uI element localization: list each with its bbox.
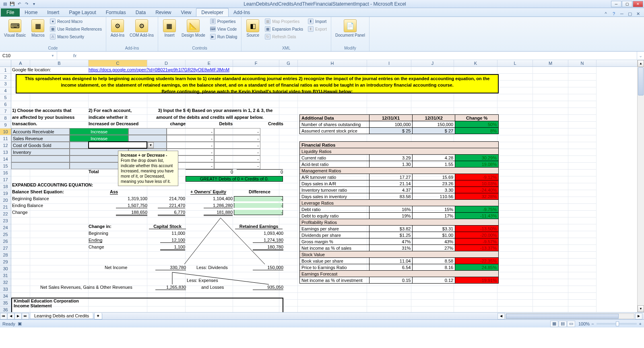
record-macro-button[interactable]: ●Record Macro xyxy=(48,18,103,25)
relative-refs-button[interactable]: ▦Use Relative References xyxy=(48,25,103,33)
zoom-slider[interactable] xyxy=(597,323,637,325)
hscroll-right[interactable]: ▶ xyxy=(635,313,642,319)
page-layout-view-button[interactable]: ▤ xyxy=(559,321,567,327)
name-box-dropdown-icon[interactable]: ▼ xyxy=(51,54,54,58)
row-header-7[interactable]: 7 xyxy=(0,108,11,115)
adddata-r1-v1[interactable]: $ 25 xyxy=(369,128,413,134)
new-sheet-tab[interactable]: ✦ xyxy=(94,313,102,319)
row-header-34[interactable]: 34 xyxy=(0,293,11,300)
row-header-3[interactable]: 3 xyxy=(0,81,11,87)
visual-basic-button[interactable]: ⌨Visual Basic xyxy=(2,18,27,39)
col-header-l[interactable]: L xyxy=(497,60,533,66)
formula-input[interactable] xyxy=(80,52,637,60)
scroll-up-button[interactable]: ▲ xyxy=(638,60,644,67)
row-header-22[interactable]: 22 xyxy=(0,211,11,218)
window-close-icon[interactable]: ✕ xyxy=(635,11,641,17)
row-header-18[interactable]: 18 xyxy=(0,183,11,190)
window-minimize-icon[interactable]: ─ xyxy=(619,11,625,17)
row-header-20[interactable]: 20 xyxy=(0,197,11,204)
file-loc-link[interactable]: https://docs.google.com/open?id=0B021wp9… xyxy=(89,67,229,72)
row-header-19[interactable]: 19 xyxy=(0,190,11,197)
excel-icon[interactable]: ▤ xyxy=(2,1,8,7)
col-header-g[interactable]: G xyxy=(279,60,298,66)
sheet-nav-prev[interactable]: ◀ xyxy=(7,313,14,319)
name-box[interactable]: C10▼ xyxy=(0,52,57,60)
tab-add-ins[interactable]: Add-Ins xyxy=(229,8,255,17)
row-header-14[interactable]: 14 xyxy=(0,156,11,163)
expansion-packs-button[interactable]: ▦Expansion Packs xyxy=(263,25,305,33)
col-header-e[interactable]: E xyxy=(186,60,233,66)
row-header-29[interactable]: 29 xyxy=(0,259,11,265)
col-header-d[interactable]: D xyxy=(147,60,186,66)
close-button[interactable]: ✕ xyxy=(633,1,643,7)
xml-source-button[interactable]: ◧Source xyxy=(244,18,262,39)
xml-export-button[interactable]: ⬆Export xyxy=(306,25,328,33)
row-header-33[interactable]: 33 xyxy=(0,286,11,293)
zoom-out-button[interactable]: − xyxy=(591,321,594,326)
hscroll-left[interactable]: ◀ xyxy=(497,313,505,319)
cell-grid[interactable]: Google file location: https://docs.googl… xyxy=(11,67,644,312)
addins-button[interactable]: ⚙Add-Ins xyxy=(109,18,126,39)
dropdown-arrow-icon[interactable]: ▼ xyxy=(148,142,154,148)
row-header-9[interactable]: 9 xyxy=(0,122,11,128)
zoom-handle[interactable] xyxy=(616,321,619,326)
sheet-nav-last[interactable]: ⏭ xyxy=(22,313,29,319)
run-dialog-button[interactable]: ▶Run Dialog xyxy=(208,33,239,40)
help-icon[interactable]: ? xyxy=(611,11,617,17)
document-panel-button[interactable]: 📄Document Panel xyxy=(334,18,367,39)
scroll-down-button[interactable]: ▼ xyxy=(638,305,644,312)
redo-icon[interactable]: ↷ xyxy=(23,1,30,7)
qat-dropdown-icon[interactable]: ▾ xyxy=(31,1,37,7)
sheet-nav-first[interactable]: ⏮ xyxy=(0,313,7,319)
row-header-16[interactable]: 16 xyxy=(0,170,11,176)
undo-icon[interactable]: ↶ xyxy=(16,1,23,7)
file-tab[interactable]: File xyxy=(1,8,20,17)
row-header-15[interactable]: 15 xyxy=(0,163,11,170)
increase-cell-1[interactable]: Increase xyxy=(70,135,128,142)
scroll-thumb[interactable] xyxy=(638,67,644,95)
tab-insert[interactable]: Insert xyxy=(42,8,64,17)
row-header-1[interactable]: 1 xyxy=(0,67,11,74)
hscroll-thumb[interactable] xyxy=(506,314,619,319)
row-header-30[interactable]: 30 xyxy=(0,265,11,272)
row-header-8[interactable]: 8 xyxy=(0,115,11,122)
macro-security-button[interactable]: ⚠Macro Security xyxy=(48,33,103,40)
properties-button[interactable]: ☰Properties xyxy=(208,18,239,25)
col-header-f[interactable]: F xyxy=(233,60,279,66)
save-icon[interactable]: 💾 xyxy=(9,1,15,7)
row-header-13[interactable]: 13 xyxy=(0,149,11,156)
row-header-25[interactable]: 25 xyxy=(0,231,11,238)
amount-cell-1[interactable] xyxy=(128,135,167,142)
row-header-36[interactable]: 36 xyxy=(0,307,11,312)
row-header-31[interactable]: 31 xyxy=(0,272,11,279)
xml-import-button[interactable]: ⬇Import xyxy=(306,18,328,25)
window-restore-icon[interactable]: ▢ xyxy=(627,11,633,17)
account-cell-2[interactable]: Cost of Goods Sold xyxy=(11,142,70,149)
zoom-level[interactable]: 100% xyxy=(578,321,590,326)
tab-review[interactable]: Review xyxy=(151,8,176,17)
view-code-button[interactable]: ⌨View Code xyxy=(208,25,239,33)
row-header-24[interactable]: 24 xyxy=(0,224,11,231)
row-header-10[interactable]: 10 xyxy=(0,128,11,135)
col-header-i[interactable]: I xyxy=(367,60,411,66)
design-mode-button[interactable]: 📐Design Mode xyxy=(180,18,207,39)
row-header-4[interactable]: 4 xyxy=(0,87,11,94)
minimize-button[interactable]: ─ xyxy=(611,1,621,7)
adddata-r1-v2[interactable]: $ 27 xyxy=(413,128,455,134)
row-header-21[interactable]: 21 xyxy=(0,204,11,211)
account-cell-3[interactable]: Inventory xyxy=(11,149,70,155)
tab-view[interactable]: View xyxy=(176,8,196,17)
macros-button[interactable]: ▦Macros xyxy=(29,18,47,39)
account-cell-5[interactable] xyxy=(11,162,70,169)
col-header-k[interactable]: K xyxy=(454,60,497,66)
row-header-27[interactable]: 27 xyxy=(0,245,11,252)
amount-cell-0[interactable] xyxy=(128,128,167,135)
sheet-tab-active[interactable]: Learning Debits and Credits xyxy=(30,313,93,319)
increase-cell-0[interactable]: Increase xyxy=(70,128,128,135)
fx-label[interactable]: fx xyxy=(57,52,80,60)
account-cell-0[interactable]: Accounts Receivable xyxy=(11,128,70,135)
row-header-2[interactable]: 2 xyxy=(0,74,11,81)
row-header-32[interactable]: 32 xyxy=(0,279,11,286)
page-break-view-button[interactable]: ▭ xyxy=(567,321,575,327)
col-header-b[interactable]: B xyxy=(30,60,89,66)
